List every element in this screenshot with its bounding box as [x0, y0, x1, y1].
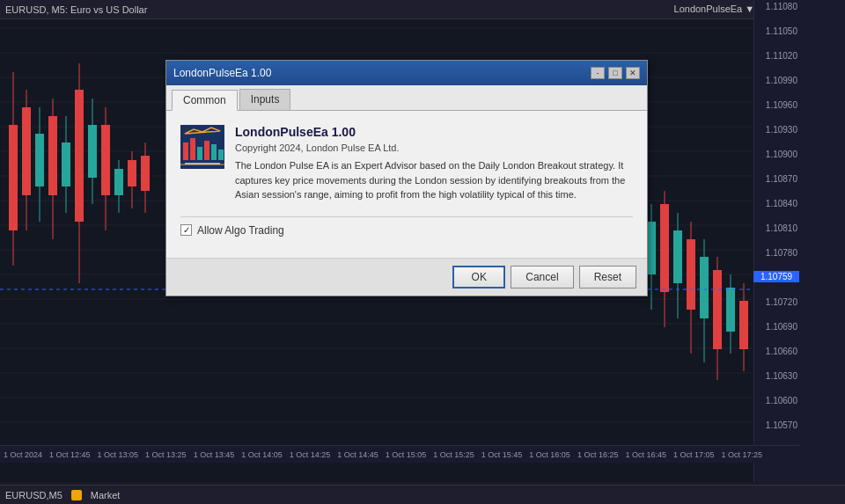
time-label-15: 1 Oct 17:25 — [717, 450, 766, 459]
checkbox-check-icon: ✓ — [183, 225, 190, 235]
bottom-symbol: EURUSD,M5 — [5, 490, 62, 500]
price-label-18: 1.10570 — [766, 420, 797, 430]
ea-dialog: LondonPulseEa 1.00 - □ ✕ Common Inputs — [165, 60, 648, 296]
svg-rect-55 — [687, 239, 695, 310]
svg-rect-21 — [22, 107, 31, 195]
time-label-14: 1 Oct 17:05 — [670, 450, 718, 459]
dialog-footer: OK Cancel Reset — [166, 258, 647, 296]
time-label-8: 1 Oct 15:05 — [382, 450, 430, 459]
svg-rect-27 — [62, 142, 70, 186]
price-label-6: 1.10930 — [766, 125, 797, 135]
time-label-9: 1 Oct 15:25 — [430, 450, 478, 459]
svg-rect-57 — [700, 257, 709, 318]
current-price-label: 1.10759 — [753, 271, 799, 282]
time-label-4: 1 Oct 13:45 — [190, 450, 239, 459]
price-label-3: 1.11020 — [766, 51, 797, 61]
maximize-button[interactable]: □ — [608, 67, 622, 79]
ok-button[interactable]: OK — [452, 266, 505, 289]
svg-rect-53 — [673, 230, 682, 283]
dialog-title: LondonPulseEa 1.00 — [173, 67, 271, 79]
svg-rect-23 — [35, 134, 44, 186]
price-label-17: 1.10600 — [766, 396, 797, 405]
ea-description: The London Pulse EA is an Expert Advisor… — [235, 158, 633, 202]
dialog-titlebar: LondonPulseEa 1.00 - □ ✕ — [166, 61, 647, 85]
close-button[interactable]: ✕ — [626, 67, 640, 79]
svg-rect-25 — [48, 116, 57, 195]
algo-trading-area: ✓ Allow Algo Trading — [180, 216, 633, 237]
lock-icon — [71, 490, 82, 500]
price-axis: 1.11080 1.11050 1.11020 1.10990 1.10960 … — [753, 0, 799, 482]
price-label-15: 1.10660 — [766, 347, 797, 356]
svg-rect-49 — [647, 222, 656, 274]
svg-rect-33 — [101, 125, 110, 195]
time-label-6: 1 Oct 14:25 — [286, 450, 334, 459]
svg-rect-31 — [88, 125, 97, 178]
dialog-controls: - □ ✕ — [591, 67, 640, 79]
price-label-1: 1.11080 — [766, 2, 797, 11]
tab-inputs[interactable]: Inputs — [239, 89, 291, 110]
time-label-3: 1 Oct 13:25 — [142, 450, 190, 459]
dialog-content: LondonPulseEa 1.00 Copyright 2024, Londo… — [166, 111, 647, 258]
time-label-1: 1 Oct 12:45 — [46, 450, 94, 459]
chart-topbar: EURUSD, M5: Euro vs US Dollar LondonPuls… — [0, 0, 799, 19]
bottom-bar: EURUSD,M5 Market — [0, 485, 845, 504]
ea-title: LondonPulseEa 1.00 — [235, 125, 633, 139]
dialog-tabs: Common Inputs — [166, 85, 647, 111]
ea-copyright: Copyright 2024, London Pulse EA Ltd. — [235, 142, 633, 153]
price-label-8: 1.10870 — [766, 174, 797, 184]
price-label-14: 1.10690 — [766, 322, 797, 332]
time-label-7: 1 Oct 14:45 — [334, 450, 382, 459]
svg-rect-67 — [190, 138, 195, 160]
time-label-0: 1 Oct 2024 — [0, 450, 46, 459]
allow-algo-trading-checkbox[interactable]: ✓ — [180, 224, 192, 236]
price-label-5: 1.10960 — [766, 100, 797, 110]
chart-symbol-title: EURUSD, M5: Euro vs US Dollar — [5, 4, 147, 15]
price-label-10: 1.10810 — [766, 223, 797, 233]
svg-rect-35 — [114, 169, 123, 195]
svg-rect-69 — [204, 141, 209, 160]
time-label-2: 1 Oct 13:05 — [94, 450, 143, 459]
cancel-button[interactable]: Cancel — [511, 266, 573, 289]
price-label-13: 1.10720 — [766, 297, 797, 307]
svg-rect-66 — [183, 142, 188, 160]
price-label-11: 1.10780 — [766, 248, 797, 258]
time-label-11: 1 Oct 16:05 — [525, 450, 574, 459]
price-label-2: 1.11050 — [766, 26, 797, 36]
bottom-market: Market — [91, 490, 121, 500]
dialog-meta: LondonPulseEa 1.00 Copyright 2024, Londo… — [235, 125, 633, 202]
svg-rect-63 — [739, 301, 748, 349]
reset-button[interactable]: Reset — [579, 266, 636, 289]
tab-common[interactable]: Common — [172, 90, 238, 111]
time-label-13: 1 Oct 16:45 — [621, 450, 670, 459]
time-label-5: 1 Oct 14:05 — [238, 450, 286, 459]
svg-rect-71 — [218, 150, 224, 160]
svg-rect-19 — [9, 125, 18, 230]
svg-rect-51 — [660, 204, 669, 292]
ea-logo — [180, 125, 224, 169]
price-label-4: 1.10990 — [766, 76, 797, 85]
time-label-12: 1 Oct 16:25 — [574, 450, 622, 459]
svg-rect-61 — [726, 288, 735, 332]
svg-rect-59 — [713, 270, 722, 349]
allow-algo-trading-label: Allow Algo Trading — [197, 224, 284, 237]
svg-rect-68 — [197, 147, 202, 160]
price-label-7: 1.10900 — [766, 150, 797, 159]
time-label-10: 1 Oct 15:45 — [478, 450, 526, 459]
time-axis: 1 Oct 2024 1 Oct 12:45 1 Oct 13:05 1 Oct… — [0, 445, 799, 463]
svg-rect-70 — [211, 144, 217, 160]
svg-rect-39 — [141, 156, 150, 191]
svg-rect-37 — [128, 160, 136, 186]
svg-rect-29 — [75, 90, 84, 222]
logo-inner — [180, 125, 224, 169]
price-label-16: 1.10630 — [766, 371, 797, 381]
minimize-button[interactable]: - — [591, 67, 605, 79]
dialog-info-row: LondonPulseEa 1.00 Copyright 2024, Londo… — [180, 125, 633, 202]
price-label-9: 1.10840 — [766, 199, 797, 208]
